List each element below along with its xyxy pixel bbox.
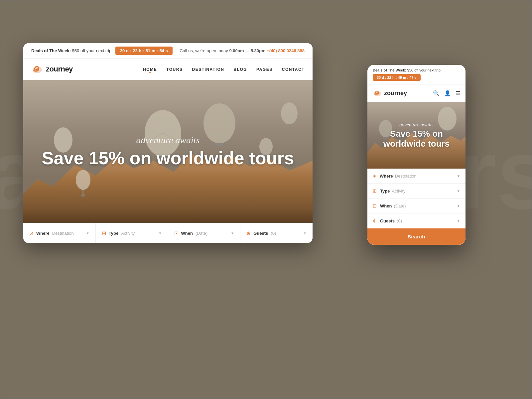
mobile-type-row[interactable]: ⊞ Type Activity ▼ (367, 184, 466, 199)
mobile-location-icon: ◈ (373, 173, 376, 179)
mobile-when-label: When (380, 203, 392, 208)
type-field[interactable]: ⊞ Type Activity ▼ (96, 223, 168, 243)
mobile-hero-title: Save 15% on worldwide tours (373, 129, 460, 149)
desktop-search-bar: ⊿ Where Destination ▼ ⊞ Type Activity ▼ … (23, 223, 313, 243)
sep3: : (157, 48, 158, 53)
mobile-user-icon[interactable]: 👤 (444, 90, 451, 96)
mobile-menu-icon[interactable]: ☰ (456, 90, 460, 96)
type-arrow-icon: ▼ (159, 231, 162, 235)
contact-phone: +(40) 800 0246 888 (267, 48, 305, 53)
countdown-minutes: 51 m (146, 48, 156, 53)
mobile-where-chevron: ▼ (457, 174, 460, 178)
mobile-guests-label: Guests (380, 218, 395, 223)
guests-arrow-icon: ▼ (303, 231, 307, 235)
mobile-logo-icon (373, 88, 382, 98)
mobile-announcement-bar: Deals of The Week: $50 off your next tri… (367, 65, 466, 84)
desktop-countdown: 30 d : 22 h : 51 m : 54 s (115, 47, 173, 55)
nav-link-destination[interactable]: DESTINATION (192, 67, 224, 72)
nav-item-destination[interactable]: DESTINATION (192, 66, 224, 72)
mobile-countdown-minutes: 49 m (398, 75, 406, 79)
nav-item-blog[interactable]: BLOG (233, 66, 247, 72)
mobile-brand-name: zourney (384, 90, 407, 97)
deals-text: $50 off your next trip (72, 48, 111, 53)
guests-field[interactable]: ⊕ Guests (0) ▼ (240, 223, 313, 243)
mobile-deals-text: $50 off your next trip (407, 68, 441, 72)
mobile-countdown-days: 30 d (377, 75, 384, 79)
mobile-countdown: 30 d : 22 h : 49 m : 47 s (373, 74, 421, 81)
mobile-guests-icon: ⊕ (373, 218, 377, 223)
nav-item-pages[interactable]: PAGES (256, 66, 273, 72)
svg-point-20 (374, 93, 378, 95)
mobile-search-button[interactable]: Search (367, 228, 466, 245)
mobile-when-placeholder: (Date) (394, 203, 406, 208)
mobile-countdown-seconds: 47 s (409, 75, 416, 79)
hero-title: Save 15% on worldwide tours (42, 148, 294, 168)
guests-icon: ⊕ (246, 230, 251, 236)
mobile-hero-subtitle: adventure awaits (373, 122, 460, 128)
nav-item-home[interactable]: HOME (143, 66, 157, 72)
mobile-search-form: ◈ Where Destination ▼ ⊞ Type Activity ▼ … (367, 169, 466, 245)
mobile-logo[interactable]: zourney (373, 88, 407, 98)
mobile-sep2: : (396, 75, 397, 79)
mobile-hero-content: adventure awaits Save 15% on worldwide t… (367, 122, 466, 149)
where-arrow-icon: ▼ (86, 231, 89, 235)
nav-link-pages[interactable]: PAGES (256, 67, 273, 72)
mobile-when-row[interactable]: ⊡ When (Date) ▼ (367, 199, 466, 213)
contact-label: Call us, we're open today (180, 48, 228, 53)
guests-placeholder: (0) (271, 231, 276, 236)
sep2: : (143, 48, 144, 53)
nav-link-home[interactable]: HOME (143, 67, 157, 72)
mobile-announcement-text: Deals of The Week: $50 off your next tri… (373, 68, 460, 72)
mobile-calendar-icon: ⊡ (373, 203, 377, 208)
nav-item-tours[interactable]: TOURS (166, 66, 183, 72)
mobile-countdown-hours: 22 h (387, 75, 395, 79)
when-label: When (181, 231, 193, 236)
mobile-type-icon: ⊞ (373, 188, 377, 194)
nav-link-tours[interactable]: TOURS (166, 67, 183, 72)
brand-name: zourney (46, 65, 73, 73)
nav-link-blog[interactable]: BLOG (233, 67, 247, 72)
desktop-mockup: Deals of The Week: $50 off your next tri… (23, 43, 313, 243)
when-field[interactable]: ⊡ When (Date) ▼ (168, 223, 241, 243)
mobile-nav-icons: 🔍 👤 ☰ (433, 90, 460, 96)
when-arrow-icon: ▼ (231, 231, 234, 235)
contact-hours: 9.00am — 5.30pm (229, 48, 265, 53)
nav-item-contact[interactable]: CONTACT (282, 66, 305, 72)
mobile-guests-chevron: ▼ (457, 219, 460, 223)
logo-link[interactable]: zourney (31, 63, 73, 75)
hero-section: adventure awaits Save 15% on worldwide t… (23, 80, 313, 243)
mobile-type-chevron: ▼ (457, 189, 460, 193)
nav-menu: HOME TOURS DESTINATION BLOG PAGES CONTAC… (143, 66, 305, 72)
sep1: : (130, 48, 131, 53)
where-label: Where (36, 231, 50, 236)
mobile-when-chevron: ▼ (457, 204, 460, 208)
hero-title-text: Save 15% on worldwide tours (42, 148, 294, 168)
svg-point-1 (33, 69, 39, 72)
countdown-days: 30 d (120, 48, 129, 53)
announcement-bar: Deals of The Week: $50 off your next tri… (23, 43, 313, 59)
mobile-search-icon[interactable]: 🔍 (433, 90, 440, 96)
type-icon: ⊞ (102, 230, 106, 236)
type-placeholder: Activity (121, 231, 135, 236)
type-label: Type (109, 231, 118, 236)
guests-label: Guests (253, 231, 268, 236)
mobile-guests-row[interactable]: ⊕ Guests (0) ▼ (367, 213, 466, 228)
mobile-where-label: Where (380, 174, 393, 179)
hero-content: adventure awaits Save 15% on worldwide t… (42, 135, 294, 168)
hero-subtitle: adventure awaits (42, 135, 294, 146)
where-field[interactable]: ⊿ Where Destination ▼ (23, 223, 96, 243)
mobile-sep3: : (407, 75, 408, 79)
mobile-where-row[interactable]: ◈ Where Destination ▼ (367, 169, 466, 184)
announcement-text: Deals of The Week: $50 off your next tri… (31, 48, 111, 53)
mobile-deals-label: Deals of The Week: (373, 68, 406, 72)
announcement-right: Call us, we're open today 9.00am — 5.30p… (180, 48, 305, 53)
where-placeholder: Destination (52, 231, 74, 236)
nav-link-contact[interactable]: CONTACT (282, 67, 305, 72)
deals-label: Deals of The Week: (31, 48, 71, 53)
mobile-hero: adventure awaits Save 15% on worldwide t… (367, 102, 466, 169)
desktop-navbar: zourney HOME TOURS DESTINATION BLOG PAGE… (23, 59, 313, 80)
countdown-hours: 22 h (133, 48, 141, 53)
mobile-guests-placeholder: (0) (397, 218, 402, 223)
location-icon: ⊿ (29, 230, 34, 236)
logo-icon (31, 63, 43, 75)
